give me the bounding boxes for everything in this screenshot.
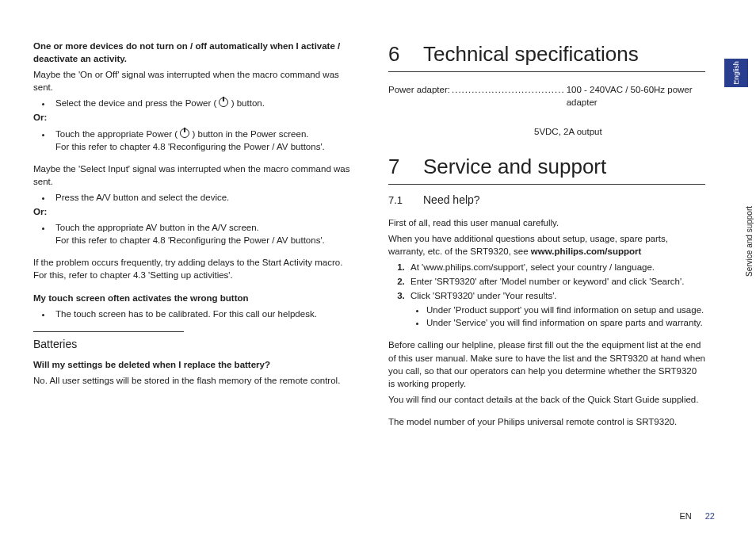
help-p2: When you have additional questions about… xyxy=(388,232,705,258)
issue1-p2: Maybe the 'Select Input' signal was inte… xyxy=(33,162,350,188)
help-p5: The model number of your Philips univers… xyxy=(388,415,705,428)
batteries-heading: Batteries xyxy=(33,337,350,353)
step-3a: Under 'Product support' you will find in… xyxy=(426,304,705,316)
left-column: One or more devices do not turn on / off… xyxy=(33,40,350,519)
batteries-answer: No. All user settings will be stored in … xyxy=(33,374,350,387)
power-icon xyxy=(180,128,189,138)
issue1-bullet-1: Select the device and press the Power ( … xyxy=(52,97,350,109)
issue1-p1: Maybe the 'On or Off' signal was interru… xyxy=(33,68,350,94)
chapter-6-rule xyxy=(388,71,705,72)
issue1-bullet-3: Press the A/V button and select the devi… xyxy=(52,191,350,204)
section-side-label: Service and support xyxy=(745,206,754,277)
language-tab: English xyxy=(724,59,748,87)
issue2-title: My touch screen often activates the wron… xyxy=(33,292,350,304)
chapter-6-heading: 6 Technical specifications xyxy=(388,40,705,68)
chapter-7-heading: 7 Service and support xyxy=(388,152,705,181)
right-column: 6 Technical specifications Power adapter… xyxy=(388,40,705,519)
help-p4: You will find our contact details at the… xyxy=(388,393,705,406)
spec-row: Power adapter: .........................… xyxy=(388,83,705,109)
or-label-2: Or: xyxy=(33,205,350,218)
help-p1: First of all, read this user manual care… xyxy=(388,216,705,229)
spec-row-2: 5VDC, 2A output xyxy=(534,125,705,138)
issue1-bullet-2: Touch the appropriate Power ( ) button i… xyxy=(52,128,350,153)
step-3: Click 'SRT9320' under 'Your results'. xyxy=(407,289,705,302)
issue1-p3: If the problem occurs frequently, try ad… xyxy=(33,256,350,281)
batteries-question: Will my settings be deleted when I repla… xyxy=(33,358,350,371)
step-1: At 'www.philips.com/support', select you… xyxy=(407,261,705,273)
help-p3: Before calling our helpline, please firs… xyxy=(388,338,705,389)
or-label-1: Or: xyxy=(33,111,350,124)
issue1-bullet-4: Touch the appropriate AV button in the A… xyxy=(52,221,350,246)
chapter-7-rule xyxy=(388,184,705,185)
section-7-1-heading: 7.1 Need help? xyxy=(388,193,705,208)
power-icon xyxy=(219,97,228,107)
issue1-title: One or more devices do not turn on / off… xyxy=(33,40,350,65)
divider xyxy=(33,331,184,332)
step-2: Enter 'SRT9320' after 'Model number or k… xyxy=(407,275,705,288)
step-3b: Under 'Service' you will find informatio… xyxy=(426,316,705,329)
page-footer: EN 22 xyxy=(679,511,715,521)
issue2-bullet-1: The touch screen has to be calibrated. F… xyxy=(52,308,350,320)
